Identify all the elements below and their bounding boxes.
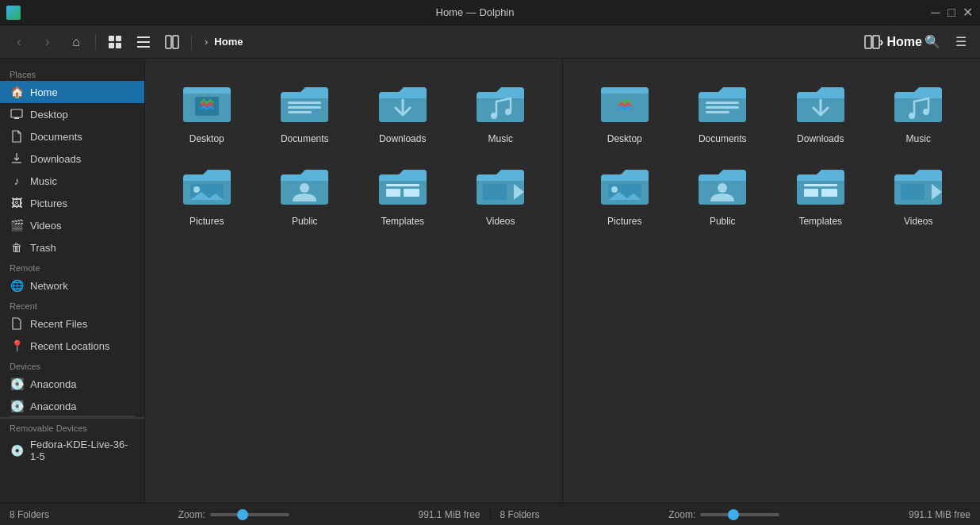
sidebar-item-network[interactable]: 🌐 Network [0, 274, 144, 297]
back-button[interactable]: ‹ [6, 29, 32, 55]
templates-folder-label-left: Templates [381, 216, 424, 227]
public-folder-icon-right [695, 163, 750, 211]
folder-item-public-right[interactable]: Public [677, 157, 769, 233]
folder-item-desktop-left[interactable]: Desktop [161, 75, 253, 151]
folder-item-documents-left[interactable]: Documents [259, 75, 351, 151]
svg-rect-26 [386, 189, 400, 197]
sidebar-item-pictures[interactable]: 🖼 Pictures [0, 192, 144, 214]
sidebar-item-desktop-label: Desktop [30, 109, 68, 121]
sidebar-item-anaconda2[interactable]: 💽 Anaconda [0, 395, 144, 419]
breadcrumb-home[interactable]: Home [211, 34, 246, 49]
svg-point-21 [505, 109, 511, 115]
folder-item-music-left[interactable]: Music [455, 75, 547, 151]
svg-rect-10 [873, 36, 879, 48]
sidebar-item-fedora[interactable]: 💿 Fedora-KDE-Live-36-1-5 [0, 435, 144, 466]
right-breadcrumb: ›Home [888, 29, 913, 55]
folder-item-videos-right[interactable]: Videos [873, 157, 965, 233]
sidebar-item-anaconda1-label: Anaconda [30, 378, 77, 390]
maximize-button[interactable]: □ [945, 6, 958, 19]
folder-item-music-right[interactable]: Music [873, 75, 965, 151]
minimize-button[interactable]: ─ [929, 6, 942, 19]
svg-rect-9 [865, 36, 871, 48]
sidebar-item-trash[interactable]: 🗑 Trash [0, 236, 144, 259]
sidebar-item-desktop[interactable]: Desktop [0, 103, 144, 125]
sidebar-item-videos[interactable]: 🎬 Videos [0, 214, 144, 236]
main-layout: Places 🏠 Home Desktop Documents Download… [0, 59, 980, 503]
desktop-folder-label-left: Desktop [189, 133, 224, 144]
svg-rect-25 [386, 184, 419, 186]
folder-item-videos-left[interactable]: Videos [455, 157, 547, 233]
right-zoom-slider[interactable] [700, 513, 779, 516]
sidebar-item-recent-locations[interactable]: 📍 Recent Locations [0, 335, 144, 357]
search-button[interactable]: 🔍 [920, 29, 945, 55]
menu-button[interactable]: ☰ [948, 29, 974, 55]
sidebar-item-network-label: Network [30, 280, 68, 292]
pictures-folder-label-right: Pictures [607, 216, 641, 227]
sidebar-item-downloads[interactable]: Downloads [0, 148, 144, 170]
downloads-folder-icon-right [793, 81, 848, 128]
folder-item-documents-right[interactable]: Documents [677, 75, 769, 151]
toolbar-right: ›Home 🔍 ☰ [859, 29, 974, 55]
videos-folder-icon-right [890, 163, 946, 211]
sidebar-item-music[interactable]: ♪ Music [0, 170, 144, 192]
svg-rect-0 [109, 36, 114, 41]
svg-rect-4 [137, 36, 150, 38]
sidebar-item-fedora-label: Fedora-KDE-Live-36-1-5 [30, 439, 135, 462]
folder-item-pictures-right[interactable]: Pictures [579, 157, 671, 233]
left-zoom-label: Zoom: [178, 509, 205, 520]
svg-rect-8 [173, 36, 178, 48]
icon-view-button[interactable] [102, 29, 128, 55]
sidebar-item-anaconda1[interactable]: 💽 Anaconda [0, 373, 144, 395]
templates-folder-icon [375, 163, 431, 211]
forward-button[interactable]: › [35, 29, 60, 55]
network-icon: 🌐 [10, 278, 24, 293]
svg-point-24 [300, 183, 309, 193]
sidebar-places-label: Places [0, 65, 144, 81]
music-folder-icon-right [890, 81, 946, 128]
titlebar: Home — Dolphin ─ □ ✕ [0, 0, 980, 25]
public-folder-label-left: Public [292, 216, 318, 227]
music-folder-label-left: Music [488, 133, 513, 144]
sidebar: Places 🏠 Home Desktop Documents Download… [0, 59, 145, 503]
svg-point-20 [491, 113, 497, 119]
sidebar-item-pictures-label: Pictures [30, 197, 67, 209]
svg-rect-11 [11, 109, 22, 117]
folder-item-downloads-left[interactable]: Downloads [357, 75, 449, 151]
sidebar-item-home[interactable]: 🏠 Home [0, 81, 144, 103]
public-folder-icon [277, 163, 332, 211]
svg-rect-7 [166, 36, 171, 48]
folder-item-templates-left[interactable]: Templates [357, 157, 449, 233]
home-icon: 🏠 [10, 85, 24, 99]
folder-item-templates-right[interactable]: Templates [775, 157, 867, 233]
pictures-folder-icon [179, 163, 235, 211]
home-button[interactable]: ⌂ [63, 29, 89, 55]
right-zoom-label: Zoom: [668, 509, 695, 520]
folder-item-desktop-right[interactable]: Desktop [579, 75, 671, 151]
left-folder-grid: Desktop Documents [158, 71, 549, 236]
svg-point-38 [611, 186, 618, 193]
toolbar-separator-1 [95, 34, 96, 50]
sidebar-devices-label: Devices [0, 357, 144, 373]
folder-item-public-left[interactable]: Public [259, 157, 351, 233]
window-title: Home — Dolphin [21, 6, 929, 18]
split-view-button[interactable] [159, 29, 185, 55]
fedora-icon: 💿 [10, 443, 24, 458]
details-view-button[interactable] [131, 29, 156, 55]
folder-item-pictures-left[interactable]: Pictures [161, 157, 253, 233]
svg-rect-1 [116, 36, 121, 41]
sidebar-item-recent-files[interactable]: Recent Files [0, 312, 144, 335]
sidebar-item-documents[interactable]: Documents [0, 125, 144, 148]
svg-rect-31 [706, 102, 739, 104]
right-status-panel: 8 Folders Zoom: 991.1 MiB free [490, 509, 981, 520]
pictures-folder-icon-right [597, 163, 653, 211]
left-folder-count: 8 Folders [10, 509, 49, 520]
breadcrumb-separator: › [205, 36, 208, 48]
folder-item-downloads-right[interactable]: Downloads [775, 75, 867, 151]
close-button[interactable]: ✕ [961, 6, 974, 19]
svg-rect-30 [601, 87, 645, 94]
left-zoom-slider[interactable] [210, 513, 289, 516]
sidebar-remote-label: Remote [0, 259, 144, 274]
sidebar-removable-label: Removable Devices [0, 419, 144, 435]
svg-rect-16 [288, 102, 321, 104]
documents-folder-icon [277, 81, 332, 128]
